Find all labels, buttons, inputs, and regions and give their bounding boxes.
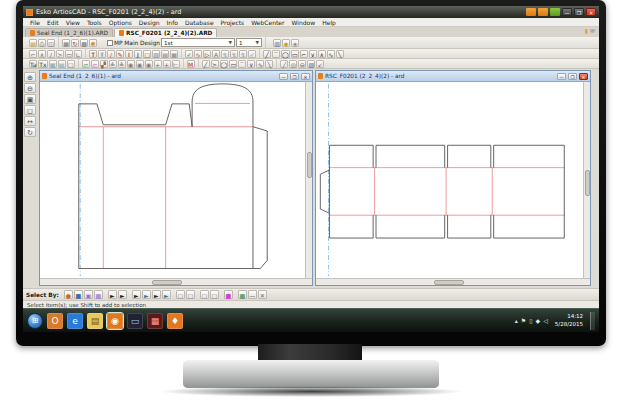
tool-icon[interactable]: Tx bbox=[38, 60, 47, 68]
tool-icon[interactable]: ◎ bbox=[289, 60, 297, 68]
menu-info[interactable]: Info bbox=[164, 19, 181, 26]
taskbar-artioscad-icon[interactable]: ◉ bbox=[107, 313, 123, 329]
tool-icon[interactable]: ≙ bbox=[118, 60, 126, 68]
tray-expand-icon[interactable]: ▴ bbox=[515, 317, 518, 324]
tool-icon[interactable]: ╱ bbox=[280, 60, 288, 68]
scale-combobox[interactable]: 1 ▼ bbox=[236, 38, 262, 47]
rsc-title-bar[interactable]: RSC_F0201 (2_2_4)(2) - ard — ❐ ✕ bbox=[316, 71, 590, 82]
tool-icon[interactable]: ▨ bbox=[307, 60, 315, 68]
tool-icon[interactable]: □ bbox=[67, 60, 75, 68]
tool-icon[interactable]: ▢ bbox=[200, 290, 209, 299]
tool-icon[interactable]: ► bbox=[108, 290, 117, 299]
tool-icon[interactable]: ► bbox=[152, 290, 161, 299]
taskbar-clock[interactable]: 14:12 5/28/2015 bbox=[555, 313, 583, 327]
scroll-thumb[interactable] bbox=[152, 280, 182, 285]
tool-icon[interactable]: ✕ bbox=[258, 290, 267, 299]
open-icon[interactable]: ▤ bbox=[29, 39, 37, 47]
menu-edit[interactable]: Edit bbox=[44, 19, 62, 26]
tool-icon[interactable]: ▢ bbox=[186, 290, 195, 299]
tool-icon[interactable]: ▩ bbox=[94, 290, 103, 299]
tool-icon[interactable]: ◉ bbox=[136, 60, 144, 68]
taskbar-orange-app-icon[interactable]: ♦ bbox=[167, 313, 183, 329]
line-tool-icon[interactable]: ╱ bbox=[263, 50, 271, 58]
tool-icon[interactable]: ╲ bbox=[336, 50, 344, 58]
workspace-icon[interactable]: ▩ bbox=[80, 39, 88, 47]
doc-restore-button[interactable]: ❐ bbox=[290, 73, 299, 80]
tray-volume-icon[interactable]: ◁ bbox=[543, 317, 548, 324]
tool-icon[interactable]: ∨ bbox=[247, 60, 255, 68]
tool-icon[interactable]: Ta bbox=[29, 60, 37, 68]
doc-minimize-button[interactable]: — bbox=[557, 73, 566, 80]
tool-icon[interactable]: ► bbox=[132, 290, 141, 299]
tool-icon[interactable]: ∨ bbox=[309, 50, 317, 58]
close-button[interactable]: ✕ bbox=[586, 8, 596, 16]
seal-end-canvas[interactable] bbox=[40, 82, 305, 278]
tool-icon[interactable]: ▱ bbox=[91, 60, 99, 68]
tool-icon[interactable]: Ŧ bbox=[98, 50, 106, 58]
tool-icon[interactable]: ✓ bbox=[185, 50, 193, 58]
document-tab[interactable]: RSC_F0201 (2_2_4)(2).ARD bbox=[114, 28, 217, 37]
tool-icon[interactable]: ⌒ bbox=[238, 60, 246, 68]
tool-icon[interactable]: ◯ bbox=[220, 60, 229, 68]
tool-icon[interactable]: ⌐ bbox=[29, 50, 37, 58]
tray-flag-icon[interactable]: ⚑ bbox=[521, 317, 526, 324]
zoom-out-icon[interactable]: ⊖ bbox=[24, 83, 36, 93]
zoom-window-icon[interactable]: ▣ bbox=[24, 94, 36, 104]
tool-icon[interactable]: ■ bbox=[74, 290, 83, 299]
doc-minimize-button[interactable]: — bbox=[279, 73, 288, 80]
menu-database[interactable]: Database bbox=[182, 19, 217, 26]
tool-icon[interactable]: ↯ bbox=[230, 50, 238, 58]
seal-end-crease-lines[interactable] bbox=[79, 103, 253, 268]
tool-icon[interactable]: ∿ bbox=[194, 50, 202, 58]
rsc-canvas[interactable] bbox=[316, 82, 583, 278]
tool-icon[interactable]: — bbox=[248, 290, 257, 299]
tool-icon[interactable]: ⌐ bbox=[300, 50, 308, 58]
note-icon[interactable]: ▮ bbox=[585, 27, 588, 34]
pan-icon[interactable]: ↔ bbox=[24, 116, 36, 126]
vertical-scrollbar[interactable] bbox=[583, 82, 590, 278]
layer-checkbox[interactable] bbox=[107, 40, 113, 46]
tool-icon[interactable]: ∿ bbox=[327, 50, 335, 58]
rsc-crease-lines[interactable] bbox=[329, 168, 564, 216]
sync-icon[interactable]: ↻ bbox=[71, 39, 79, 47]
document-tab[interactable]: Seal End (1_2_6)(1).ARD bbox=[25, 28, 113, 37]
tool-icon[interactable]: + bbox=[163, 60, 171, 68]
pen-icon[interactable]: ✎ bbox=[116, 50, 124, 58]
tool-icon[interactable]: ◉ bbox=[127, 60, 135, 68]
refresh-view-icon[interactable]: ↻ bbox=[24, 127, 36, 137]
zoom-in-icon[interactable]: ⊕ bbox=[24, 72, 36, 82]
arc-tool-icon[interactable]: ⌒ bbox=[272, 50, 280, 58]
tool-icon[interactable]: ▭ bbox=[65, 50, 73, 58]
scroll-thumb[interactable] bbox=[434, 280, 464, 285]
tool-icon[interactable]: ⊖ bbox=[298, 60, 306, 68]
tool-icon[interactable]: ▦ bbox=[49, 60, 57, 68]
menu-window[interactable]: Window bbox=[289, 19, 319, 26]
tool-icon[interactable]: ╱ bbox=[202, 60, 210, 68]
tool-icon[interactable]: ◉ bbox=[145, 60, 153, 68]
dimension-icon[interactable]: ◆ bbox=[282, 39, 290, 47]
tool-icon[interactable]: ● bbox=[64, 290, 73, 299]
fit-view-icon[interactable]: ◻ bbox=[24, 105, 36, 115]
menu-help[interactable]: Help bbox=[319, 19, 339, 26]
doc-close-button[interactable]: ✕ bbox=[579, 73, 588, 80]
properties-icon[interactable]: ◈ bbox=[291, 39, 299, 47]
doc-restore-button[interactable]: ❐ bbox=[568, 73, 577, 80]
database-icon[interactable]: ▦ bbox=[62, 39, 70, 47]
vertical-scrollbar[interactable] bbox=[305, 82, 312, 278]
tool-icon[interactable]: ► bbox=[142, 290, 151, 299]
menu-projects[interactable]: Projects bbox=[218, 19, 248, 26]
scroll-thumb[interactable] bbox=[307, 152, 312, 178]
tool-icon[interactable]: ∧ bbox=[318, 50, 326, 58]
tool-icon[interactable]: ▦ bbox=[170, 50, 178, 58]
menu-options[interactable]: Options bbox=[106, 19, 135, 26]
titlebar-tool-button-3[interactable] bbox=[550, 8, 560, 16]
tool-icon[interactable]: ÷ bbox=[154, 60, 162, 68]
titlebar-tool-button-2[interactable] bbox=[538, 8, 548, 16]
tool-icon[interactable]: J bbox=[134, 50, 142, 58]
tool-icon[interactable]: ▤ bbox=[161, 50, 169, 58]
save-icon[interactable]: ◫ bbox=[47, 39, 55, 47]
titlebar-tool-button-1[interactable] bbox=[526, 8, 536, 16]
tool-icon[interactable]: ∧ bbox=[38, 50, 46, 58]
rebuild-icon[interactable]: ✱ bbox=[89, 39, 97, 47]
taskbar-monitor-icon[interactable]: ▭ bbox=[127, 313, 143, 329]
